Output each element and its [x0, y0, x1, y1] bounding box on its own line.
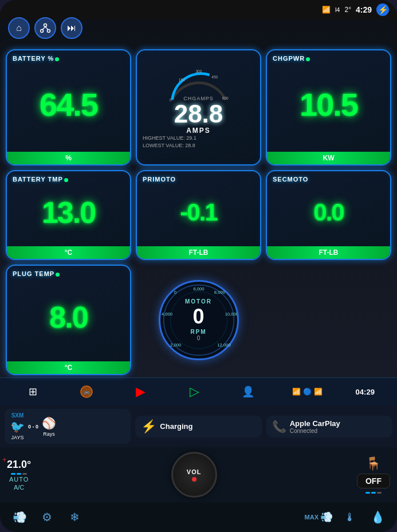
home-button[interactable]: ⌂ — [8, 17, 30, 39]
bottom-icons-left: 💨 ⚙ ❄ — [9, 507, 85, 527]
climate-ac-label: A/C — [14, 484, 24, 491]
empty-slot — [266, 265, 391, 375]
charging-widget[interactable]: ⚡ Charging — [135, 416, 261, 438]
rpm-unit: RPM — [190, 329, 206, 335]
svg-text:450: 450 — [211, 76, 218, 80]
svg-point-0 — [44, 24, 47, 27]
network-button[interactable] — [34, 17, 56, 39]
secmoto-tile[interactable]: SECMOTO 0.0 FT-LB — [266, 170, 391, 260]
person-icon[interactable]: 👤 — [238, 381, 258, 402]
bluejays-label: JAYS — [11, 435, 24, 440]
rpm-circle: 6,000 8,000 10,000 12,000 2,000 4,000 0 … — [159, 280, 239, 360]
primoto-tile[interactable]: PRIMOTO -0.1 FT-LB — [136, 170, 261, 260]
svg-text:4,000: 4,000 — [161, 312, 172, 317]
sxm-label: SXM — [11, 412, 24, 419]
signal-status-icon: 📶 — [314, 388, 323, 396]
plus-icon: + — [2, 455, 7, 464]
bottom-icons-right: MAX 💨 🌡 💧 — [305, 507, 388, 527]
snowflake-icon[interactable]: ❄ — [64, 507, 85, 527]
battery-tmp-value: 13.0 — [42, 198, 95, 227]
secmoto-unit: FT-LB — [267, 246, 390, 259]
rays-label: Rays — [43, 431, 55, 437]
wifi-icon: 📶 — [322, 6, 331, 14]
chgamps-unit: AMPS — [174, 127, 223, 135]
svg-point-1 — [41, 30, 44, 33]
primoto-unit: FT-LB — [137, 246, 260, 259]
chgpwr-value: 10.5 — [300, 89, 357, 121]
carplay-label: Apple CarPlay — [290, 419, 340, 428]
plug-temp-tile[interactable]: PLUG TEMP 8.0 °C — [6, 265, 131, 375]
sports-widget[interactable]: SXM 🐦 JAYS 0 - 0 ⚾ Rays — [5, 409, 131, 444]
max-label: MAX — [305, 514, 319, 521]
battery-pct-tile[interactable]: BATTERY % 64.5 % — [6, 49, 131, 165]
signal-strength: l4 — [335, 6, 340, 13]
primoto-label: PRIMOTO — [143, 176, 176, 183]
defrost-icon[interactable]: 💧 — [367, 507, 388, 527]
svg-point-2 — [48, 30, 50, 33]
gauges-area: BATTERY % 64.5 % 0 150 300 450 600 — [0, 45, 397, 377]
status-icons: 📶 🔵 📶 — [292, 388, 323, 396]
rays-icon: ⚾ — [42, 416, 56, 430]
carplay-widget[interactable]: 📞 Apple CarPlay Connected — [266, 416, 392, 438]
bluejays-icon: 🐦 — [10, 420, 25, 434]
battery-pct-value: 64.5 — [40, 89, 97, 121]
battery-pct-unit: % — [7, 152, 130, 164]
status-time: 4:29 — [356, 5, 372, 14]
chgpwr-tile[interactable]: CHGPWR 10.5 KW — [266, 49, 391, 165]
battery-tmp-label: BATTERY TMP — [13, 176, 68, 183]
climate-left: + 21.0° AUTO A/C — [7, 459, 31, 491]
play-icon[interactable]: ▷ — [184, 381, 205, 402]
status-bar: 📶 l4 2° 4:29 ⚡ — [0, 0, 397, 19]
rpm-value: 0 — [192, 305, 204, 329]
main-screen: 📶 l4 2° 4:29 ⚡ ⌂ ⏭ BATTERY % 64.5 — [0, 0, 397, 532]
fan-icon[interactable]: 💨 — [9, 507, 30, 527]
svg-line-3 — [42, 27, 45, 30]
svg-line-4 — [45, 27, 48, 30]
plug-temp-value: 8.0 — [49, 302, 87, 332]
chgamps-info: HIGHEST VALUE: 29.1 LOWEST VALUE: 28.8 — [143, 135, 196, 149]
carplay-status: Connected — [290, 428, 340, 434]
svg-text:0: 0 — [169, 98, 171, 103]
carplay-icon: 📞 — [272, 420, 286, 434]
max-group[interactable]: MAX 💨 — [305, 507, 333, 527]
climate-bar: + 21.0° AUTO A/C VOL 🪑 OFF — [0, 447, 397, 502]
grid-icon[interactable]: ⊞ — [22, 381, 43, 402]
svg-text:150: 150 — [178, 78, 184, 82]
chgpwr-unit: KW — [267, 152, 390, 164]
rpm-num: 0 — [197, 335, 201, 341]
charging-icon: ⚡ — [141, 419, 156, 434]
taskbar-time: 04:29 — [356, 388, 375, 396]
rpm-motor-label: MOTOR — [185, 298, 212, 305]
bt-icon: 🔵 — [303, 388, 312, 396]
vol-label: VOL — [187, 468, 202, 475]
temp-display: 2° — [344, 6, 351, 14]
max-fan-icon: 💨 — [320, 511, 333, 523]
svg-text:6,000: 6,000 — [193, 286, 204, 291]
top-nav: ⌂ ⏭ — [8, 17, 82, 39]
youtube-icon[interactable]: ▶ — [130, 381, 151, 402]
chgpwr-label: CHGPWR — [273, 55, 310, 62]
app-bar: SXM 🐦 JAYS 0 - 0 ⚾ Rays ⚡ Charging 📞 A — [0, 405, 397, 447]
rpm-tile[interactable]: 6,000 8,000 10,000 12,000 2,000 4,000 0 … — [136, 265, 261, 375]
svg-text:0: 0 — [174, 290, 176, 295]
apps-icon[interactable]: 🎮 — [76, 381, 97, 402]
battery-tmp-unit: °C — [7, 246, 130, 259]
media-button[interactable]: ⏭ — [61, 17, 82, 39]
plug-temp-label: PLUG TEMP — [13, 270, 60, 277]
battery-tmp-tile[interactable]: BATTERY TMP 13.0 °C — [6, 170, 131, 260]
svg-text:12,000: 12,000 — [217, 342, 230, 347]
svg-text:🎮: 🎮 — [84, 389, 91, 396]
climate-right: 🪑 OFF — [357, 456, 390, 494]
sports-score: 0 - 0 — [28, 424, 38, 429]
seat-heat-icon[interactable]: 🪑 — [365, 456, 381, 471]
secmoto-label: SECMOTO — [273, 176, 308, 183]
chgamps-tile[interactable]: 0 150 300 450 600 CHGAMPS 28.8 AMPS HIGH… — [136, 49, 261, 165]
temp-icon[interactable]: 🌡 — [340, 507, 360, 527]
off-button[interactable]: OFF — [357, 474, 390, 488]
vol-knob[interactable]: VOL — [171, 452, 217, 498]
settings-icon[interactable]: ⚙ — [37, 507, 57, 527]
primoto-value: -0.1 — [180, 200, 217, 224]
svg-text:2,000: 2,000 — [170, 342, 181, 347]
chgamps-value: 28.8 — [174, 101, 223, 127]
bottom-icons-bar: 💨 ⚙ ❄ MAX 💨 🌡 💧 — [0, 502, 397, 532]
